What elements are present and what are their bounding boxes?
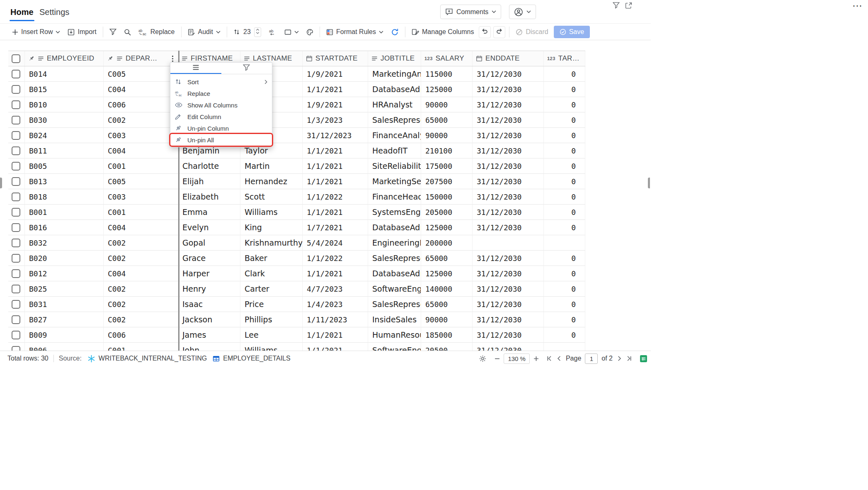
row-checkbox[interactable] — [12, 162, 20, 171]
cell-firstname[interactable]: Gopal — [178, 235, 240, 251]
cell-departmentid[interactable]: C004 — [104, 143, 178, 158]
row-height-control[interactable]: 23 — [230, 26, 265, 38]
cell-startdate[interactable]: 1/11/2023 — [303, 312, 368, 327]
cell-employeeid[interactable]: B027 — [25, 312, 104, 327]
filter-icon[interactable] — [613, 2, 620, 11]
cell-departmentid[interactable]: C006 — [104, 97, 178, 112]
color-palette-button[interactable] — [303, 26, 317, 38]
row-checkbox[interactable] — [12, 254, 20, 263]
cell-firstname[interactable]: Elijah — [178, 174, 240, 189]
cell-target[interactable] — [544, 343, 585, 351]
cell-firstname[interactable]: Elizabeth — [178, 189, 240, 205]
cell-enddate[interactable]: 31/12/2030 — [473, 189, 544, 205]
cell-jobtitle[interactable]: DatabaseAdmi — [368, 220, 421, 235]
refresh-button[interactable] — [387, 26, 402, 38]
cell-enddate[interactable]: 31/12/2030 — [473, 266, 544, 281]
cell-jobtitle[interactable]: SalesRepresen — [368, 112, 421, 128]
cell-employeeid[interactable]: B009 — [25, 327, 104, 343]
cell-departmentid[interactable]: C005 — [104, 174, 178, 189]
redo-button[interactable] — [493, 26, 505, 38]
cell-jobtitle[interactable]: SoftwareEngir — [368, 343, 421, 351]
replace-button[interactable]: abac Replace — [135, 26, 179, 38]
menu-item-replace[interactable]: abacReplace — [170, 88, 272, 99]
cell-employeeid[interactable]: B025 — [25, 281, 104, 297]
tab-settings[interactable]: Settings — [39, 7, 69, 17]
cell-lastname[interactable]: Lee — [240, 327, 303, 343]
cell-enddate[interactable]: 31/12/2030 — [473, 251, 544, 266]
filter-button[interactable] — [106, 26, 120, 38]
cell-jobtitle[interactable]: SoftwareEngir — [368, 281, 421, 297]
cell-lastname[interactable]: Baker — [240, 251, 303, 266]
cell-departmentid[interactable]: C002 — [104, 251, 178, 266]
cell-salary[interactable]: 90000 — [421, 128, 473, 143]
cell-salary[interactable]: 125000 — [421, 266, 473, 281]
cell-target[interactable]: 0 — [544, 312, 585, 327]
cell-salary[interactable]: 205000 — [421, 205, 473, 220]
expand-icon[interactable] — [625, 2, 632, 11]
cell-jobtitle[interactable]: SalesRepresen — [368, 251, 421, 266]
cell-salary[interactable]: 200000 — [421, 235, 473, 251]
cell-enddate[interactable]: 31/12/2030 — [473, 312, 544, 327]
column-header-employeeid[interactable]: EMPLOYEEID — [25, 51, 104, 66]
cell-target[interactable] — [544, 235, 585, 251]
cell-enddate[interactable]: 31/12/2030 — [473, 220, 544, 235]
source-table-link[interactable]: EMPLOYEE_DETAILS — [223, 355, 290, 362]
cell-jobtitle[interactable]: FinanceHead — [368, 189, 421, 205]
cell-enddate[interactable]: 31/12/2030 — [473, 82, 544, 97]
cell-lastname[interactable]: Williams — [240, 343, 303, 351]
cell-salary[interactable]: 207500 — [421, 174, 473, 189]
page-number-input[interactable]: 1 — [585, 353, 598, 364]
menu-tab-filter[interactable] — [221, 63, 272, 74]
menu-tab-options[interactable] — [170, 63, 221, 74]
cell-firstname[interactable]: Henry — [178, 281, 240, 297]
cell-departmentid[interactable]: C001 — [104, 158, 178, 174]
cell-firstname[interactable]: Isaac — [178, 297, 240, 312]
cell-departmentid[interactable]: C001 — [104, 343, 178, 351]
cell-jobtitle[interactable]: HeadofIT — [368, 143, 421, 158]
cell-firstname[interactable]: Jackson — [178, 312, 240, 327]
cell-departmentid[interactable]: C002 — [104, 312, 178, 327]
column-header-target[interactable]: 123TAR… — [544, 51, 585, 66]
cell-lastname[interactable]: Martin — [240, 158, 303, 174]
row-checkbox[interactable] — [12, 131, 20, 140]
cell-lastname[interactable]: Scott — [240, 189, 303, 205]
zoom-out-icon[interactable] — [495, 356, 500, 361]
cell-target[interactable]: 0 — [544, 174, 585, 189]
row-checkbox[interactable] — [12, 300, 20, 309]
cell-target[interactable]: 0 — [544, 220, 585, 235]
row-checkbox[interactable] — [12, 223, 20, 232]
cell-enddate[interactable]: 31/12/2030 — [473, 327, 544, 343]
menu-item-un-pin-all[interactable]: Un-pin All — [170, 134, 272, 146]
cell-enddate[interactable]: 31/12/2030 — [473, 281, 544, 297]
cell-target[interactable]: 0 — [544, 158, 585, 174]
cell-target[interactable]: 0 — [544, 143, 585, 158]
cell-firstname[interactable]: Emma — [178, 205, 240, 220]
spreadsheet-icon[interactable] — [640, 355, 647, 363]
row-checkbox[interactable] — [12, 285, 20, 293]
cell-enddate[interactable]: 31/12/2030 — [473, 205, 544, 220]
cell-employeeid[interactable]: B006 — [25, 343, 104, 351]
row-checkbox[interactable] — [12, 70, 20, 78]
row-checkbox[interactable] — [12, 269, 20, 278]
source-database-link[interactable]: WRITEBACK_INTERNAL_TESTING — [99, 355, 207, 362]
cell-target[interactable]: 0 — [544, 82, 585, 97]
row-checkbox[interactable] — [12, 85, 20, 94]
cell-employeeid[interactable]: B001 — [25, 205, 104, 220]
scroll-indicator-right[interactable] — [648, 178, 650, 188]
cell-salary[interactable]: 140000 — [421, 281, 473, 297]
cell-salary[interactable]: 65000 — [421, 251, 473, 266]
manage-columns-button[interactable]: Manage Columns — [408, 26, 478, 38]
cell-lastname[interactable]: Hernandez — [240, 174, 303, 189]
menu-item-sort[interactable]: Sort — [170, 76, 272, 88]
cell-employeeid[interactable]: B012 — [25, 266, 104, 281]
cell-departmentid[interactable]: C003 — [104, 189, 178, 205]
cell-firstname[interactable]: Charlotte — [178, 158, 240, 174]
wrap-text-button[interactable]: ab — [265, 26, 281, 38]
cell-startdate[interactable]: 1/1/2021 — [303, 343, 368, 351]
cell-departmentid[interactable]: C002 — [104, 281, 178, 297]
menu-item-show-all-columns[interactable]: Show All Columns — [170, 99, 272, 111]
cell-enddate[interactable]: 31/12/2030 — [473, 143, 544, 158]
column-header-enddate[interactable]: ENDDATE — [473, 51, 544, 66]
cell-target[interactable]: 0 — [544, 281, 585, 297]
menu-item-un-pin-column[interactable]: Un-pin Column — [170, 122, 272, 134]
